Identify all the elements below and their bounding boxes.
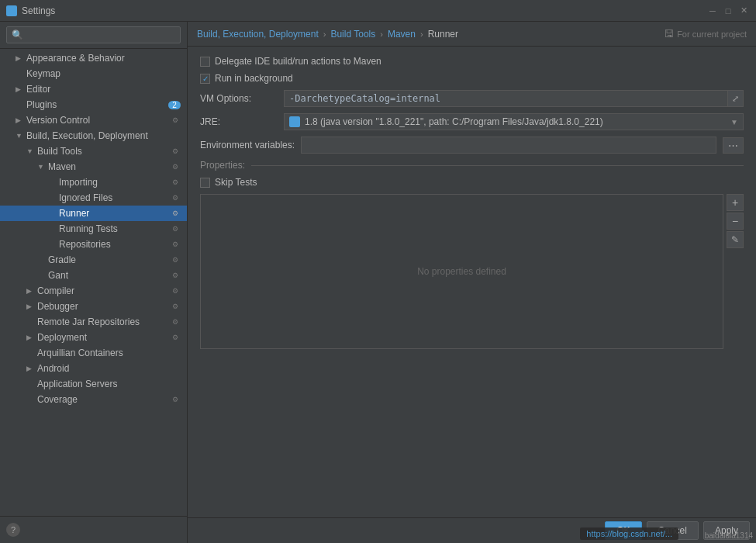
title-controls: ─ □ ✕ — [706, 5, 750, 17]
settings-icon: ⚙ — [170, 285, 181, 296]
sidebar-item-label: Keymap — [26, 68, 181, 79]
skip-tests-checkbox[interactable] — [200, 178, 210, 188]
sidebar-item-app-servers[interactable]: Application Servers — [0, 376, 187, 392]
sidebar-item-runner[interactable]: Runner ⚙ — [0, 206, 187, 221]
for-current-project-label: For current project — [677, 29, 747, 39]
sidebar-item-repositories[interactable]: Repositories ⚙ — [0, 237, 187, 252]
title-bar: Settings ─ □ ✕ — [0, 0, 756, 22]
main-container: ▶ Appearance & Behavior Keymap ▶ Editor … — [0, 22, 756, 543]
sidebar-item-label: Runner — [59, 208, 167, 219]
sidebar-item-gradle[interactable]: Gradle ⚙ — [0, 252, 187, 268]
sidebar-item-gant[interactable]: Gant ⚙ — [0, 268, 187, 283]
sidebar-item-coverage[interactable]: Coverage ⚙ — [0, 392, 187, 407]
breadcrumb-maven[interactable]: Maven — [388, 29, 416, 40]
sidebar-item-deployment[interactable]: ▶ Deployment ⚙ — [0, 330, 187, 345]
sidebar-item-editor[interactable]: ▶ Editor — [0, 81, 187, 97]
settings-icon: ⚙ — [170, 394, 181, 405]
settings-icon: ⚙ — [170, 316, 181, 327]
jre-icon — [289, 116, 300, 127]
sidebar-item-label: Remote Jar Repositories — [37, 316, 167, 327]
sidebar-item-ignored-files[interactable]: Ignored Files ⚙ — [0, 190, 187, 206]
sidebar-item-debugger[interactable]: ▶ Debugger ⚙ — [0, 299, 187, 314]
arrow-icon: ▶ — [26, 303, 34, 310]
sidebar-item-arquillian[interactable]: Arquillian Containers — [0, 345, 187, 361]
sidebar-item-keymap[interactable]: Keymap — [0, 66, 187, 81]
settings-icon: ⚙ — [170, 223, 181, 234]
sidebar-item-label: Gant — [48, 270, 167, 281]
breadcrumb-build-execution[interactable]: Build, Execution, Deployment — [197, 29, 319, 40]
arrow-icon: ▶ — [26, 334, 34, 341]
skip-tests-label: Skip Tests — [215, 177, 257, 188]
arrow-icon: ▶ — [16, 116, 23, 124]
sidebar-item-label: Editor — [26, 84, 181, 95]
vm-options-expand-button[interactable]: ⤢ — [727, 90, 744, 107]
search-input[interactable] — [6, 26, 181, 43]
help-button[interactable]: ? — [6, 523, 20, 537]
sidebar-item-appearance[interactable]: ▶ Appearance & Behavior — [0, 50, 187, 66]
arrow-icon: ▼ — [16, 132, 23, 140]
no-properties-text: No properties defined — [417, 266, 506, 277]
sidebar-item-label: Importing — [59, 177, 167, 188]
close-button[interactable]: ✕ — [737, 5, 750, 17]
form-area: Delegate IDE build/run actions to Maven … — [188, 47, 756, 517]
settings-icon: ⚙ — [170, 332, 181, 343]
sidebar-item-version-control[interactable]: ▶ Version Control ⚙ — [0, 112, 187, 128]
background-checkbox[interactable] — [200, 74, 210, 84]
sidebar: ▶ Appearance & Behavior Keymap ▶ Editor … — [0, 22, 188, 543]
sidebar-item-running-tests[interactable]: Running Tests ⚙ — [0, 221, 187, 237]
url-text: https://blog.csdn.net/... — [586, 529, 672, 538]
properties-label: Properties: — [200, 160, 245, 171]
breadcrumb-sep-1: › — [323, 29, 326, 39]
properties-panel: No properties defined + − ✎ — [200, 194, 744, 355]
sidebar-item-maven[interactable]: ▼ Maven ⚙ — [0, 159, 187, 175]
minimize-button[interactable]: ─ — [706, 5, 719, 17]
background-row: Run in background — [200, 73, 744, 84]
breadcrumb-right: 🖫 For current project — [664, 28, 747, 40]
settings-icon: ⚙ — [170, 254, 181, 265]
settings-icon: ⚙ — [170, 192, 181, 203]
jre-label: JRE: — [200, 116, 278, 127]
sidebar-item-android[interactable]: ▶ Android — [0, 361, 187, 376]
settings-icon: ⚙ — [170, 115, 181, 126]
breadcrumb-build-tools[interactable]: Build Tools — [330, 29, 375, 40]
edit-property-button[interactable]: ✎ — [727, 231, 744, 248]
remove-property-button[interactable]: − — [727, 213, 744, 230]
jre-row: JRE: 1.8 (java version "1.8.0_221", path… — [200, 113, 744, 130]
sidebar-tree: ▶ Appearance & Behavior Keymap ▶ Editor … — [0, 49, 187, 516]
sidebar-item-label: Debugger — [37, 301, 167, 312]
delegate-row: Delegate IDE build/run actions to Maven — [200, 56, 744, 67]
maximize-button[interactable]: □ — [722, 5, 734, 17]
sidebar-item-label: Build Tools — [37, 146, 167, 157]
sidebar-item-plugins[interactable]: Plugins 2 — [0, 97, 187, 112]
sidebar-item-label: Coverage — [37, 394, 167, 405]
arrow-icon: ▶ — [16, 85, 23, 93]
plugins-badge: 2 — [168, 101, 181, 109]
sidebar-item-compiler[interactable]: ▶ Compiler ⚙ — [0, 283, 187, 299]
sidebar-item-label: Appearance & Behavior — [26, 53, 181, 64]
settings-icon: ⚙ — [170, 270, 181, 281]
vm-options-input[interactable] — [284, 90, 727, 107]
jre-value: 1.8 (java version "1.8.0_221", path: C:/… — [305, 116, 730, 127]
sidebar-item-label: Repositories — [59, 239, 167, 250]
sidebar-item-label: Plugins — [26, 99, 165, 110]
settings-icon: ⚙ — [170, 301, 181, 312]
sidebar-item-build-execution[interactable]: ▼ Build, Execution, Deployment — [0, 128, 187, 144]
sidebar-item-label: Deployment — [37, 332, 167, 343]
env-label: Environment variables: — [200, 140, 295, 150]
settings-icon: ⚙ — [170, 239, 181, 250]
sidebar-item-importing[interactable]: Importing ⚙ — [0, 175, 187, 190]
sidebar-item-build-tools[interactable]: ▼ Build Tools ⚙ — [0, 144, 187, 159]
add-property-button[interactable]: + — [727, 194, 744, 211]
env-browse-button[interactable]: ⋯ — [723, 137, 744, 154]
side-action-buttons: + − ✎ — [727, 194, 744, 355]
skip-tests-row: Skip Tests — [200, 177, 744, 188]
env-row: Environment variables: ⋯ — [200, 137, 744, 154]
properties-area: No properties defined — [200, 194, 723, 349]
env-input[interactable] — [301, 137, 716, 154]
delegate-checkbox[interactable] — [200, 57, 210, 67]
vm-options-label: VM Options: — [200, 93, 278, 104]
breadcrumb-sep-3: › — [420, 29, 423, 39]
sidebar-item-remote-jar[interactable]: Remote Jar Repositories ⚙ — [0, 314, 187, 330]
jre-select[interactable]: 1.8 (java version "1.8.0_221", path: C:/… — [284, 113, 744, 130]
for-current-project-icon: 🖫 — [664, 28, 674, 40]
